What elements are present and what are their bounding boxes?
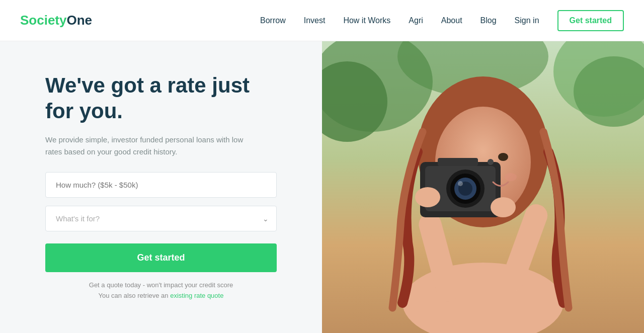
- disclaimer-line1: Get a quote today - won't impact your cr…: [45, 280, 277, 291]
- loan-amount-group: [45, 172, 282, 198]
- loan-purpose-select[interactable]: What's it for? Car Holiday Home improvem…: [45, 206, 277, 231]
- nav-sign-in[interactable]: Sign in: [515, 16, 539, 25]
- nav-agri[interactable]: Agri: [409, 16, 423, 25]
- loan-purpose-group: What's it for? Car Holiday Home improvem…: [45, 206, 282, 231]
- nav-invest[interactable]: Invest: [304, 16, 326, 25]
- svg-point-23: [505, 173, 517, 181]
- main-content: We've got a rate just for you. We provid…: [0, 41, 644, 333]
- nav-how-it-works[interactable]: How it Works: [343, 16, 390, 25]
- hero-image: [322, 41, 644, 333]
- svg-rect-19: [438, 158, 478, 166]
- loan-purpose-wrapper: What's it for? Car Holiday Home improvem…: [45, 206, 277, 231]
- nav-borrow[interactable]: Borrow: [260, 16, 286, 25]
- header: SocietyOne Borrow Invest How it Works Ag…: [0, 0, 644, 41]
- loan-amount-input[interactable]: [45, 172, 277, 198]
- main-nav: Borrow Invest How it Works Agri About Bl…: [260, 10, 624, 31]
- logo-society: Society: [20, 13, 67, 28]
- nav-blog[interactable]: Blog: [480, 16, 497, 25]
- hero-headline: We've got a rate just for you.: [45, 73, 282, 124]
- svg-point-20: [488, 159, 494, 165]
- hero-get-started-button[interactable]: Get started: [45, 243, 277, 272]
- svg-point-21: [415, 187, 440, 207]
- hero-subheading: We provide simple, investor funded perso…: [45, 134, 262, 158]
- svg-point-18: [458, 181, 463, 186]
- logo-one: One: [67, 13, 93, 28]
- nav-get-started-button[interactable]: Get started: [557, 10, 624, 31]
- nav-about[interactable]: About: [441, 16, 462, 25]
- hero-photo-illustration: [322, 41, 644, 333]
- existing-rate-quote-link[interactable]: existing rate quote: [170, 292, 223, 299]
- disclaimer: Get a quote today - won't impact your cr…: [45, 280, 277, 301]
- logo[interactable]: SocietyOne: [20, 13, 92, 28]
- svg-point-22: [491, 197, 516, 217]
- hero-section: We've got a rate just for you. We provid…: [0, 41, 322, 333]
- svg-point-11: [498, 153, 508, 161]
- disclaimer-line2: You can also retrieve an existing rate q…: [45, 291, 277, 301]
